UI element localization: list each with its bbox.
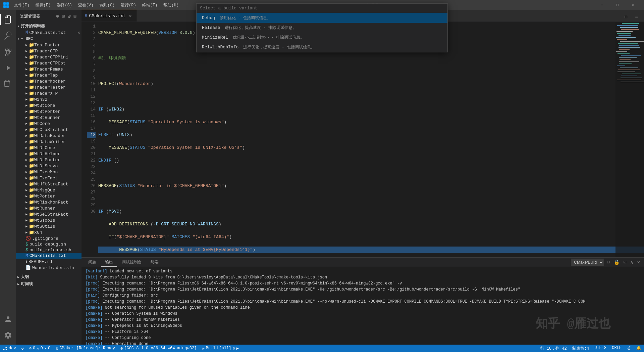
palette-item-debug-desc: 禁用优化 - 包括调试信息。 (220, 16, 271, 20)
build-variant-input[interactable] (200, 6, 444, 11)
palette-item-debug[interactable]: Debug 禁用优化 - 包括调试信息。 (197, 13, 447, 23)
palette-item-minsizerel-desc: 优化最小二进制大小 - 排除调试信息。 (233, 35, 305, 40)
command-palette: Debug 禁用优化 - 包括调试信息。 Release 进行优化，提高速度 -… (196, 3, 448, 52)
palette-item-release[interactable]: Release 进行优化，提高速度 - 排除调试信息。 (197, 23, 447, 33)
palette-item-release-desc: 进行优化，提高速度 - 排除调试信息。 (225, 26, 297, 30)
palette-item-debug-label: Debug (202, 15, 215, 20)
palette-item-relwithdebinfo-label: RelWithDebInfo (202, 45, 238, 50)
palette-item-minsizerel[interactable]: MinSizeRel 优化最小二进制大小 - 排除调试信息。 (197, 33, 447, 42)
palette-item-minsizerel-label: MinSizeRel (202, 35, 228, 40)
command-palette-overlay[interactable]: Debug 禁用优化 - 包括调试信息。 Release 进行优化，提高速度 -… (0, 0, 644, 352)
palette-item-relwithdebinfo-desc: 进行优化，提高速度 - 包括调试信息。 (243, 45, 315, 50)
palette-item-relwithdebinfo[interactable]: RelWithDebInfo 进行优化，提高速度 - 包括调试信息。 (197, 42, 447, 52)
palette-item-release-label: Release (202, 25, 220, 30)
command-palette-input-wrapper (197, 4, 447, 13)
